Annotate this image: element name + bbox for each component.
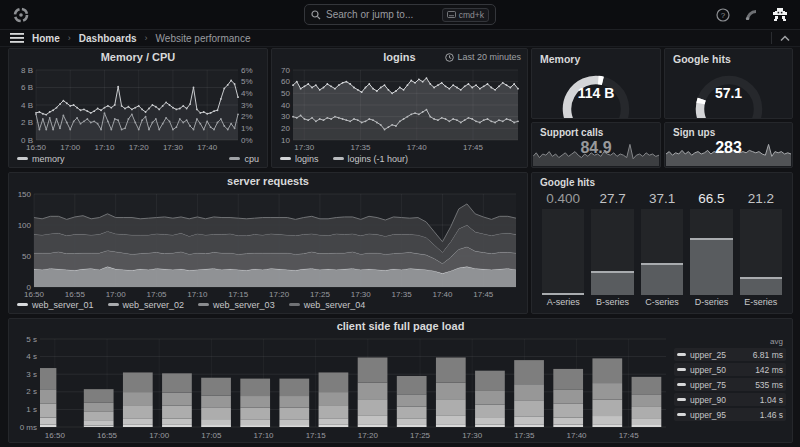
breadcrumb-bar: Home › Dashboards › Website performance	[0, 30, 800, 47]
svg-text:17:30: 17:30	[294, 143, 315, 152]
logins-legend: loginslogins (-1 hour)	[280, 152, 519, 165]
legend-item[interactable]: logins (-1 hour)	[333, 154, 409, 164]
legend-series-label: web_server_03	[213, 300, 275, 310]
memory-cpu-legend: memorycpu	[17, 152, 259, 165]
dashboard-canvas: Memory / CPU 0 B2 B4 B6 B8 B0%1%2%3%4%5%…	[0, 47, 800, 447]
chevron-up-icon[interactable]	[780, 35, 790, 42]
clock-icon	[445, 53, 454, 62]
legend-item[interactable]: memory	[17, 154, 65, 164]
legend-item[interactable]: web_server_04	[289, 300, 366, 310]
legend-item[interactable]: upper_256.81 ms	[674, 348, 786, 361]
legend-item[interactable]: web_server_02	[108, 300, 185, 310]
panel-google-hits-gauge: Google hits 57.1	[664, 48, 793, 119]
panel-title[interactable]: Sign ups	[665, 123, 792, 138]
bar-gauge[interactable]: 37.1C-series	[641, 191, 683, 309]
legend-series-swatch	[17, 303, 28, 306]
grafana-logo[interactable]	[12, 6, 30, 24]
page-load-chart[interactable]: 0 ms1 s2 s3 s4 s5 s16:5016:5517:0017:051…	[12, 334, 672, 440]
search-input[interactable]: Search or jump to... cmd+k	[304, 4, 496, 25]
panel-support-calls: Support calls 84.9	[531, 122, 661, 168]
panel-title[interactable]: server requests	[9, 173, 527, 189]
server-requests-legend: web_server_01web_server_02web_server_03w…	[17, 298, 519, 311]
panel-server-requests: server requests 05010015016:5016:5517:00…	[8, 172, 528, 314]
legend-item[interactable]: upper_901.04 s	[674, 393, 786, 406]
panel-title[interactable]: Google hits	[532, 173, 792, 188]
legend-series-label: logins	[295, 154, 319, 164]
legend-avg-value: 142 ms	[755, 365, 783, 375]
breadcrumb-dashboards[interactable]: Dashboards	[79, 33, 137, 44]
svg-text:8 B: 8 B	[21, 66, 33, 75]
bar-gauge-category: C-series	[641, 295, 683, 309]
stat-value: 283	[665, 139, 792, 157]
panel-title[interactable]: client side full page load	[9, 319, 792, 334]
top-navbar: Search or jump to... cmd+k ?	[0, 0, 800, 30]
legend-avg-value: 6.81 ms	[753, 350, 783, 360]
svg-text:17:35: 17:35	[350, 143, 371, 152]
svg-text:17:10: 17:10	[254, 431, 275, 440]
bar-gauge-category: B-series	[591, 295, 633, 309]
gauge-value: 57.1	[665, 85, 792, 101]
panel-memory-cpu: Memory / CPU 0 B2 B4 B6 B8 B0%1%2%3%4%5%…	[8, 48, 268, 168]
svg-text:100: 100	[18, 221, 32, 230]
breadcrumb-separator: ›	[68, 33, 71, 43]
gauge-value: 114 B	[532, 85, 660, 101]
legend-series-swatch	[333, 157, 344, 160]
legend-series-label: web_server_04	[304, 300, 366, 310]
bar-gauge-category: D-series	[690, 295, 732, 309]
bar-gauge-fill	[690, 238, 732, 295]
search-icon	[311, 10, 321, 20]
page-load-legend: avg upper_256.81 msupper_50142 msupper_7…	[674, 337, 786, 423]
legend-series-label: upper_90	[690, 395, 756, 405]
bar-gauge[interactable]: 27.7B-series	[591, 191, 633, 309]
legend-series-swatch	[677, 413, 686, 416]
bar-gauge-value: 27.7	[591, 191, 633, 208]
legend-item[interactable]: web_server_03	[198, 300, 275, 310]
legend-series-swatch	[280, 157, 291, 160]
legend-item[interactable]: cpu	[229, 154, 259, 164]
svg-text:17:40: 17:40	[407, 143, 428, 152]
panel-memory-gauge: Memory 114 B	[531, 48, 661, 119]
time-range-indicator[interactable]: Last 20 minutes	[445, 52, 521, 62]
svg-text:17:30: 17:30	[163, 143, 184, 152]
bar-gauge-category: E-series	[740, 295, 782, 309]
panel-title[interactable]: Memory	[532, 49, 660, 65]
breadcrumb-home[interactable]: Home	[32, 33, 60, 44]
panel-title[interactable]: Support calls	[532, 123, 660, 138]
legend-item[interactable]: upper_75535 ms	[674, 378, 786, 391]
panel-title[interactable]: Google hits	[665, 49, 792, 65]
legend-item[interactable]: upper_50142 ms	[674, 363, 786, 376]
news-rss-icon[interactable]	[744, 8, 758, 22]
legend-series-label: web_server_02	[123, 300, 185, 310]
legend-item[interactable]: web_server_01	[17, 300, 94, 310]
legend-item[interactable]: upper_951.46 s	[674, 408, 786, 421]
panel-page-load: client side full page load 0 ms1 s2 s3 s…	[8, 318, 793, 443]
menu-icon[interactable]	[10, 32, 24, 44]
legend-series-label: upper_25	[690, 350, 749, 360]
legend-series-label: memory	[32, 154, 65, 164]
help-icon[interactable]: ?	[716, 8, 730, 22]
legend-series-swatch	[198, 303, 209, 306]
legend-item[interactable]: logins	[280, 154, 319, 164]
svg-text:17:00: 17:00	[149, 431, 170, 440]
breadcrumb-current: Website performance	[156, 33, 251, 44]
user-avatar[interactable]	[772, 7, 788, 23]
bar-gauge[interactable]: 66.5D-series	[690, 191, 732, 309]
bar-gauge[interactable]: 21.2E-series	[740, 191, 782, 309]
bar-gauge-value: 37.1	[641, 191, 683, 208]
memory-cpu-chart[interactable]: 0 B2 B4 B6 B8 B0%1%2%3%4%5%6%16:5017:001…	[12, 65, 264, 152]
legend-series-label: logins (-1 hour)	[348, 154, 409, 164]
svg-text:17:05: 17:05	[201, 431, 222, 440]
panel-title[interactable]: Memory / CPU	[9, 49, 267, 65]
svg-text:17:00: 17:00	[60, 143, 81, 152]
svg-text:17:10: 17:10	[94, 143, 115, 152]
legend-series-swatch	[677, 398, 686, 401]
logins-chart[interactable]: 1020304050607017:3017:3517:4017:45	[275, 65, 524, 152]
keyboard-icon	[447, 11, 456, 18]
svg-text:17:30: 17:30	[462, 431, 483, 440]
panel-sign-ups: Sign ups 283	[664, 122, 793, 168]
svg-text:1%: 1%	[241, 124, 253, 133]
bar-gauge[interactable]: 0.400A-series	[542, 191, 584, 309]
panel-google-hits-bars: Google hits 0.400A-series27.7B-series37.…	[531, 172, 793, 314]
server-requests-chart[interactable]: 05010015016:5016:5517:0017:0517:1017:151…	[12, 189, 524, 299]
svg-text:16:55: 16:55	[97, 431, 118, 440]
